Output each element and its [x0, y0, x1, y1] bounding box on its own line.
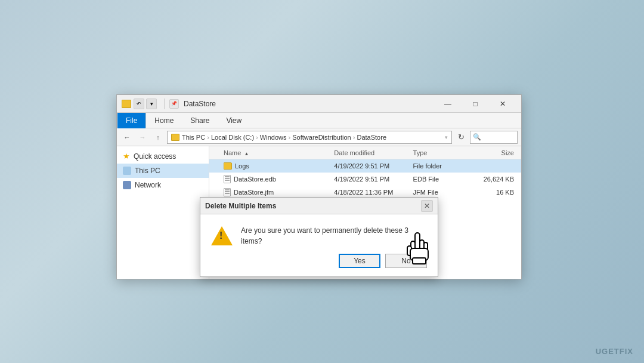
- dialog-body: ! Are you sure you want to permanently d…: [200, 214, 438, 254]
- delete-dialog: Delete Multiple Items ✕ ! Are you sure y…: [200, 197, 438, 277]
- no-button[interactable]: No: [385, 254, 427, 268]
- dialog-overlay: Delete Multiple Items ✕ ! Are you sure y…: [0, 0, 644, 363]
- warning-icon: !: [211, 225, 233, 247]
- dialog-buttons: Yes No: [200, 254, 438, 276]
- dialog-close-button[interactable]: ✕: [421, 200, 433, 212]
- dialog-message: Are you sure you want to permanently del…: [241, 225, 427, 247]
- dialog-title-text: Delete Multiple Items: [205, 202, 276, 210]
- yes-button[interactable]: Yes: [339, 254, 380, 268]
- dialog-title-bar: Delete Multiple Items ✕: [200, 198, 438, 214]
